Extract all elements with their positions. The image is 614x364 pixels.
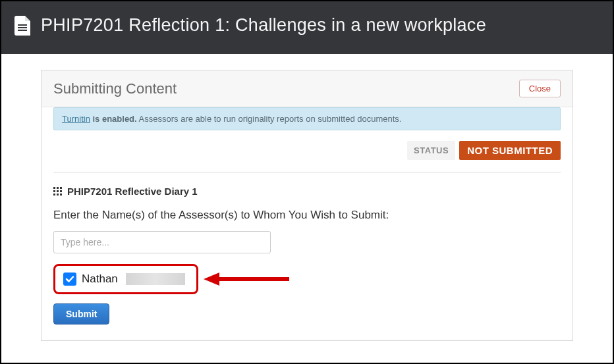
annotation-highlight: Nathan bbox=[53, 264, 198, 294]
svg-rect-11 bbox=[60, 194, 62, 195]
turnitin-description: Assessors are able to run originality re… bbox=[137, 114, 402, 124]
status-row: STATUS NOT SUBMITTED bbox=[42, 141, 572, 172]
selected-assessor-area: Nathan bbox=[53, 264, 561, 294]
check-icon bbox=[65, 274, 74, 284]
page-title: PHIP7201 Reflection 1: Challenges in a n… bbox=[41, 13, 486, 37]
turnitin-enabled-text: is enabled. bbox=[90, 114, 137, 124]
page-header: PHIP7201 Reflection 1: Challenges in a n… bbox=[1, 1, 613, 54]
redacted-surname bbox=[126, 273, 185, 285]
section-title: PHIP7201 Reflective Diary 1 bbox=[67, 186, 198, 197]
annotation-arrow-icon bbox=[204, 269, 289, 289]
svg-rect-2 bbox=[18, 30, 27, 31]
turnitin-link[interactable]: Turnitin bbox=[62, 114, 90, 124]
assessor-name: Nathan bbox=[82, 273, 118, 286]
panel-header: Submitting Content Close bbox=[42, 70, 572, 107]
grid-icon bbox=[53, 187, 63, 196]
assessor-prompt: Enter the Name(s) of the Assessor(s) to … bbox=[53, 209, 561, 222]
close-button[interactable]: Close bbox=[519, 80, 561, 97]
svg-rect-5 bbox=[60, 187, 62, 189]
submission-panel: Submitting Content Close Turnitin is ena… bbox=[41, 70, 573, 341]
svg-rect-8 bbox=[60, 190, 62, 192]
status-badge: NOT SUBMITTED bbox=[459, 141, 561, 160]
svg-rect-10 bbox=[57, 194, 59, 195]
svg-marker-13 bbox=[204, 273, 219, 286]
status-label: STATUS bbox=[407, 141, 455, 160]
submit-row: Submit bbox=[53, 303, 561, 325]
assessor-section: PHIP7201 Reflective Diary 1 Enter the Na… bbox=[42, 172, 572, 340]
assessor-input[interactable] bbox=[53, 231, 271, 253]
svg-rect-0 bbox=[18, 24, 27, 26]
svg-rect-1 bbox=[18, 27, 27, 28]
svg-rect-7 bbox=[57, 190, 59, 192]
svg-rect-6 bbox=[53, 190, 55, 192]
section-title-row: PHIP7201 Reflective Diary 1 bbox=[53, 186, 561, 197]
document-icon bbox=[14, 16, 30, 36]
panel-title: Submitting Content bbox=[53, 80, 177, 97]
svg-rect-4 bbox=[57, 187, 59, 189]
svg-rect-3 bbox=[53, 187, 55, 189]
svg-rect-9 bbox=[53, 194, 55, 195]
assessor-checkbox[interactable] bbox=[63, 273, 76, 286]
submit-button[interactable]: Submit bbox=[53, 303, 109, 325]
turnitin-info: Turnitin is enabled. Assessors are able … bbox=[53, 107, 561, 130]
content-area: Submitting Content Close Turnitin is ena… bbox=[1, 54, 613, 341]
